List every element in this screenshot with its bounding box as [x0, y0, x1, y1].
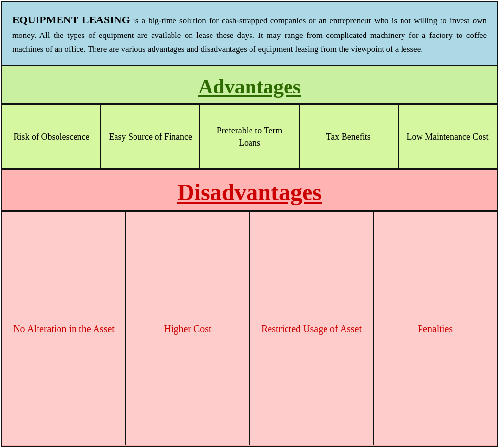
header-section: EQUIPMENT LEASING is a big-time solution…	[2, 2, 497, 66]
disadvantage-item-1: No Alteration in the Asset	[2, 212, 126, 445]
disadvantages-header: Disadvantages	[2, 168, 497, 211]
advantage-item-1: Risk of Obsolescence	[2, 105, 101, 168]
advantages-section: Advantages Risk of Obsolescence Easy Sou…	[2, 66, 497, 168]
disadvantage-item-2: Higher Cost	[126, 212, 250, 445]
disadvantages-section: Disadvantages No Alteration in the Asset…	[2, 168, 497, 446]
advantages-title: Advantages	[198, 75, 301, 98]
header-text: EQUIPMENT LEASING is a big-time solution…	[12, 11, 487, 56]
disadvantage-item-3: Restricted Usage of Asset	[250, 212, 374, 445]
advantages-items: Risk of Obsolescence Easy Source of Fina…	[2, 104, 497, 168]
disadvantages-items: No Alteration in the Asset Higher Cost R…	[2, 211, 497, 445]
advantage-item-5: Low Maintenance Cost	[399, 105, 497, 168]
advantage-item-4: Tax Benefits	[300, 105, 399, 168]
header-title: EQUIPMENT LEASING	[12, 14, 130, 26]
main-container: EQUIPMENT LEASING is a big-time solution…	[1, 1, 498, 447]
advantages-header: Advantages	[2, 66, 497, 104]
advantage-item-3: Preferable to Term Loans	[200, 105, 299, 168]
advantage-item-2: Easy Source of Finance	[101, 105, 200, 168]
disadvantage-item-4: Penalties	[374, 212, 497, 445]
disadvantages-title: Disadvantages	[177, 179, 322, 205]
